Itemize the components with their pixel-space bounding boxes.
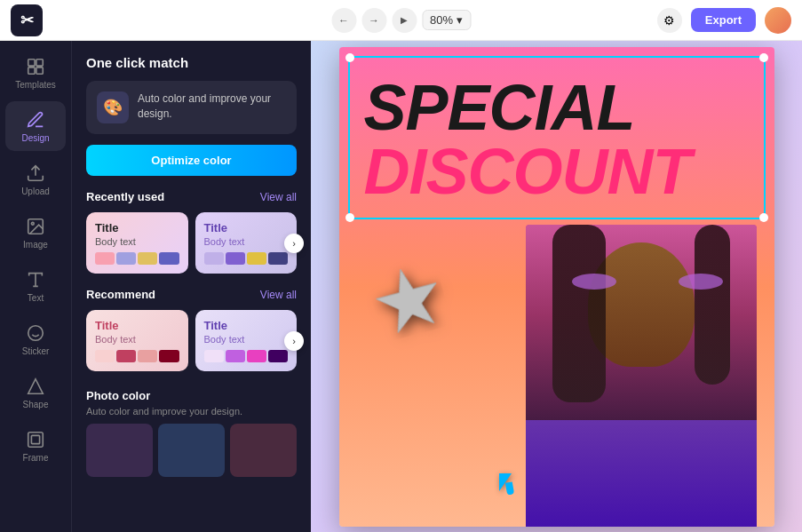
swatch [159, 252, 179, 265]
photo-color-cards [86, 424, 297, 477]
sidebar-item-design[interactable]: Design [5, 101, 66, 151]
photo-color-card-2[interactable] [158, 424, 225, 477]
svg-rect-7 [28, 432, 44, 447]
recently-used-label: Recently used [86, 190, 164, 203]
selection-corner-tr[interactable] [759, 53, 768, 62]
svg-rect-3 [36, 67, 43, 73]
recently-used-scroll-arrow[interactable]: › [284, 234, 304, 253]
theme-card-4-title: Title [204, 319, 289, 332]
photo-color-card-3[interactable] [230, 424, 297, 477]
sidebar-item-image[interactable]: Image [5, 208, 66, 258]
photo-color-description: Auto color and improve your design. [86, 406, 297, 417]
sidebar-item-text[interactable]: Text [5, 261, 66, 311]
photo-color-card-1[interactable] [86, 424, 153, 477]
templates-icon [26, 57, 45, 76]
svg-point-6 [28, 325, 44, 340]
selection-corner-br[interactable] [759, 213, 768, 222]
top-bar-left: ✂ [11, 4, 43, 36]
theme-card-4-swatches [204, 350, 289, 362]
sidebar-item-upload[interactable]: Upload [5, 155, 66, 204]
image-icon [26, 217, 45, 236]
theme-card-4-body: Body text [204, 334, 289, 345]
main-layout: Templates Design Upload Image [0, 41, 802, 532]
settings-button[interactable]: ⚙ [657, 8, 682, 33]
shape-label: Shape [23, 400, 49, 409]
theme-card-4[interactable]: Title Body text [195, 310, 298, 371]
theme-card-1-body: Body text [95, 236, 179, 247]
swatch [159, 350, 179, 362]
design-label: Design [21, 133, 49, 143]
recently-used-view-all[interactable]: View all [260, 191, 297, 203]
selection-corner-tl[interactable] [345, 53, 354, 62]
optimize-color-button[interactable]: Optimize color [86, 145, 297, 176]
swatch [95, 350, 115, 362]
theme-card-2-title: Title [204, 221, 289, 234]
recommend-view-all[interactable]: View all [260, 289, 297, 301]
swatch [247, 252, 266, 265]
canvas-text-block[interactable]: SPECIAL DISCOUNT [348, 56, 766, 219]
photo-color-section: Photo color Auto color and improve your … [86, 389, 297, 477]
swatch [268, 350, 288, 362]
swatch [116, 252, 136, 265]
swatch [226, 350, 245, 362]
selection-corner-bl[interactable] [345, 213, 354, 222]
shape-icon [26, 377, 45, 396]
back-button[interactable]: ← [331, 8, 356, 33]
play-button[interactable]: ▶ [392, 8, 417, 33]
frame-label: Frame [23, 453, 49, 463]
sidebar-item-templates[interactable]: Templates [5, 48, 66, 98]
forward-button[interactable]: → [361, 8, 386, 33]
app-logo[interactable]: ✂ [11, 4, 43, 36]
panel-title: One click match [86, 55, 297, 70]
swatch [138, 252, 157, 265]
swatch [247, 350, 266, 362]
zoom-value: 80% [430, 13, 453, 27]
recommend-scroll-arrow[interactable]: › [284, 331, 304, 351]
swatch [138, 350, 157, 362]
sidebar-item-sticker[interactable]: Sticker [5, 314, 66, 364]
swatch [226, 252, 245, 265]
image-label: Image [23, 240, 48, 250]
canvas-area: SPECIAL DISCOUNT [311, 41, 802, 532]
theme-card-1-title: Title [95, 221, 179, 234]
upload-label: Upload [21, 187, 50, 196]
text-icon [26, 270, 45, 290]
discount-text: DISCOUNT [364, 139, 750, 203]
theme-card-3-body: Body text [95, 334, 179, 345]
theme-card-3[interactable]: Title Body text [86, 310, 188, 371]
swatch [204, 252, 224, 265]
zoom-chevron-icon: ▾ [457, 13, 463, 27]
design-canvas[interactable]: SPECIAL DISCOUNT [339, 47, 774, 527]
recently-used-header: Recently used View all [86, 190, 297, 203]
theme-card-1[interactable]: Title Body text [86, 212, 188, 274]
upload-icon [26, 163, 45, 183]
avatar[interactable] [765, 7, 791, 34]
sidebar-item-frame[interactable]: Frame [5, 421, 66, 471]
sidebar-item-shape[interactable]: Shape [5, 368, 66, 417]
svg-rect-2 [28, 67, 35, 73]
zoom-select[interactable]: 80% ▾ [422, 10, 471, 30]
auto-color-icon: 🎨 [97, 91, 129, 123]
frame-icon [26, 430, 45, 449]
photo-color-title: Photo color [86, 389, 297, 402]
theme-card-2[interactable]: Title Body text [195, 212, 298, 274]
play-icon: ▶ [401, 15, 408, 25]
svg-point-5 [31, 222, 34, 225]
theme-card-2-swatches [204, 252, 289, 265]
recommend-header: Recommend View all [86, 288, 297, 301]
text-label: Text [28, 293, 44, 303]
theme-card-3-title: Title [95, 319, 179, 332]
model-photo [526, 225, 757, 527]
top-bar-right: ⚙ Export [657, 7, 791, 34]
auto-color-description: Auto color and improve your design. [138, 91, 286, 122]
sticker-label: Sticker [22, 346, 50, 356]
svg-rect-0 [28, 59, 35, 65]
design-icon [26, 110, 45, 130]
svg-marker-9 [370, 261, 446, 336]
swatch [268, 252, 288, 265]
recommend-themes: Title Body text Title Body text [86, 310, 297, 371]
top-bar-center: ← → ▶ 80% ▾ [331, 8, 471, 33]
export-button[interactable]: Export [691, 8, 756, 32]
sticker-icon [26, 323, 45, 343]
recommend-label: Recommend [86, 288, 155, 301]
